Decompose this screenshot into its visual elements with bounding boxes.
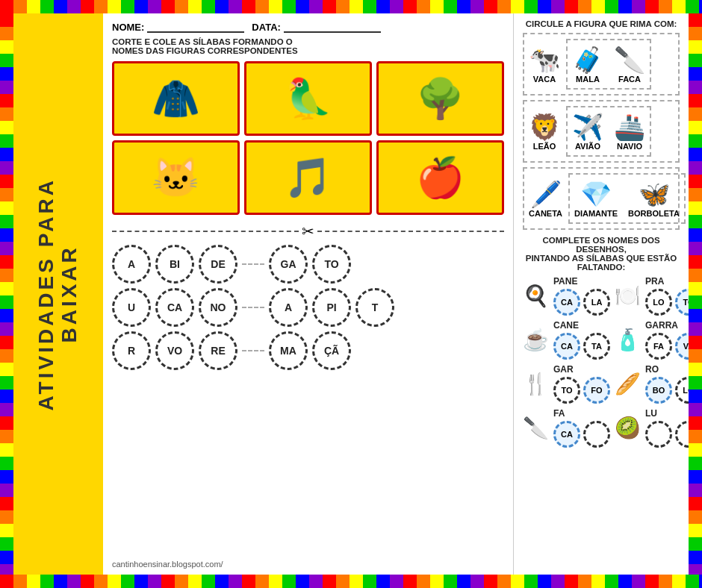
syl-la-pane[interactable]: LA	[583, 289, 610, 316]
cow-icon: 🐄	[529, 45, 560, 75]
rhyme-choice-borboleta[interactable]: 🦋 BORBOLETA	[628, 179, 680, 218]
form-row: NOME: DATA:	[112, 19, 504, 33]
syl-2-lu[interactable]	[675, 421, 689, 448]
syl-GA[interactable]: GA	[269, 245, 308, 284]
image-cell-apito: 🎵	[244, 140, 372, 215]
syl-CA2[interactable]: ÇÃ	[312, 331, 351, 370]
image-cell-tucano: 🦜	[244, 61, 372, 136]
scissors-icon: ✂	[302, 222, 314, 240]
syl-ta-cane[interactable]: TA	[583, 333, 610, 360]
bottle-icon: 🧴	[615, 328, 641, 352]
rhyme-choice-faca[interactable]: 🔪 FACA	[614, 45, 645, 84]
complete-garrafa: 🧴 GARRA FA VA	[615, 320, 689, 360]
pot-icon: 🍳	[523, 284, 549, 308]
syl-divider-2	[242, 307, 264, 308]
suitcase-icon: 🧳	[572, 45, 603, 75]
image-cell-maca: 🍎	[376, 140, 504, 215]
syl-DE[interactable]: DE	[199, 245, 237, 284]
cane-syllables: CA TA	[553, 333, 610, 360]
nome-line[interactable]	[147, 19, 244, 33]
knife-icon: 🔪	[614, 45, 645, 75]
hanger-icon: 🧥	[152, 76, 200, 122]
complete-lu: 🥝 LU	[615, 408, 689, 448]
tree-icon: 🌳	[416, 76, 465, 122]
complete-faca2: 🔪 FA CA	[523, 408, 610, 448]
fork-icon: 🍴	[523, 372, 549, 396]
middle-row: ATIVIDADES PARA BAIXAR NOME: DATA:	[0, 13, 702, 575]
nome-field: NOME:	[112, 19, 244, 33]
pane-syllables: CA LA	[553, 289, 610, 316]
rainbow-side-right	[689, 13, 702, 575]
rhyme-choices-vaca: 🧳 MALA 🔪 FACA	[566, 39, 651, 90]
complete-rolo: 🥖 RO BO LO	[615, 364, 689, 404]
mug-icon: ☕	[523, 328, 549, 352]
knife2-icon: 🔪	[523, 416, 549, 440]
syl-va-garra[interactable]: VA	[675, 333, 689, 360]
syl-VO[interactable]: VO	[155, 331, 194, 370]
complete-panela: 🍳 PANE CA LA	[523, 276, 610, 316]
syl-lo-pra[interactable]: LO	[645, 289, 672, 316]
syl-T[interactable]: T	[355, 288, 394, 327]
cat-icon: 🐱	[152, 155, 200, 201]
garra-syllables: FA VA	[645, 333, 689, 360]
rhyme-source-vaca: 🐄 VACA	[529, 45, 560, 84]
complete-title: COMPLETE OS NOMES DOS DESENHOS,PINTANDO …	[523, 236, 680, 272]
page-wrapper: ATIVIDADES PARA BAIXAR NOME: DATA:	[0, 0, 702, 588]
lu-syllables	[645, 421, 689, 448]
right-panel: CIRCULE A FIGURA QUE RIMA COM: 🐄 VACA 🧳 …	[514, 13, 689, 575]
syl-RE[interactable]: RE	[199, 331, 237, 370]
rhyme-title: CIRCULE A FIGURA QUE RIMA COM:	[523, 19, 680, 28]
syl-row-2: U CA NO A PI T	[112, 288, 504, 327]
complete-caneca: ☕ CANE CA TA	[523, 320, 610, 360]
syl-divider-3	[242, 350, 264, 351]
rhyme-choices-caneta: 💎 DIAMANTE 🦋 BORBOLETA	[568, 173, 686, 224]
syl-lo-ro[interactable]: LO	[675, 377, 689, 404]
syl-to-gar[interactable]: TO	[553, 377, 580, 404]
rhyme-group-caneta: 🖊️ CANETA 💎 DIAMANTE 🦋 BORBOLETA	[523, 167, 680, 230]
syl-A[interactable]: A	[112, 245, 151, 284]
syl-ca-pane[interactable]: CA	[553, 289, 580, 316]
syl-fo-gar[interactable]: FO	[583, 377, 610, 404]
syl-TO[interactable]: TO	[312, 245, 351, 284]
gar-syllables: TO FO	[553, 377, 610, 404]
syl-U[interactable]: U	[112, 288, 151, 327]
syl-to-pra[interactable]: TO	[675, 289, 689, 316]
syl-row-3: R VO RE MA ÇÃ	[112, 331, 504, 370]
syl-BI[interactable]: BI	[155, 245, 194, 284]
rhyme-choice-diamante[interactable]: 💎 DIAMANTE	[574, 179, 618, 218]
data-line[interactable]	[284, 19, 381, 33]
data-field: DATA:	[252, 19, 381, 33]
complete-grid: 🍳 PANE CA LA 🍽️ PRA	[523, 276, 680, 448]
lion-icon: 🦁	[529, 112, 560, 142]
syl-ca-fa[interactable]: CA	[553, 421, 580, 448]
syl-bo-ro[interactable]: BO	[645, 377, 672, 404]
syl-empty-fa[interactable]	[583, 421, 610, 448]
rolling-pin-icon: 🥖	[615, 372, 641, 396]
kiwi-icon: 🥝	[615, 416, 641, 440]
cut-dashes-left	[112, 231, 299, 232]
syl-NO[interactable]: NO	[199, 288, 237, 327]
syl-PI[interactable]: PI	[312, 288, 351, 327]
image-cell-arvore: 🌳	[376, 61, 504, 136]
pen-icon: 🖊️	[530, 179, 562, 209]
rhyme-choice-navio[interactable]: 🚢 NAVIO	[614, 112, 645, 151]
rainbow-border-top	[0, 0, 702, 13]
nome-label: NOME:	[112, 22, 144, 33]
diamond-icon: 💎	[580, 179, 612, 209]
syl-1-lu[interactable]	[645, 421, 672, 448]
butterfly-icon: 🦋	[639, 179, 670, 209]
syl-ca-cane[interactable]: CA	[553, 333, 580, 360]
image-cell-gato: 🐱	[112, 140, 240, 215]
rhyme-choice-mala[interactable]: 🧳 MALA	[572, 45, 603, 84]
syl-A2[interactable]: A	[269, 288, 308, 327]
syl-R[interactable]: R	[112, 331, 151, 370]
syl-fa-garra[interactable]: FA	[645, 333, 672, 360]
plate-icon: 🍽️	[615, 284, 641, 308]
inner-content: NOME: DATA: CORTE E COLE AS SÍLABAS FORM…	[103, 13, 689, 575]
rhyme-choice-aviao[interactable]: ✈️ AVIÃO	[572, 112, 603, 151]
syl-CA[interactable]: CA	[155, 288, 194, 327]
syl-MA[interactable]: MA	[269, 331, 308, 370]
ro-syllables: BO LO	[645, 377, 689, 404]
instruction: CORTE E COLE AS SÍLABAS FORMANDO O NOMES…	[112, 37, 504, 55]
fa-syllables: CA	[553, 421, 610, 448]
